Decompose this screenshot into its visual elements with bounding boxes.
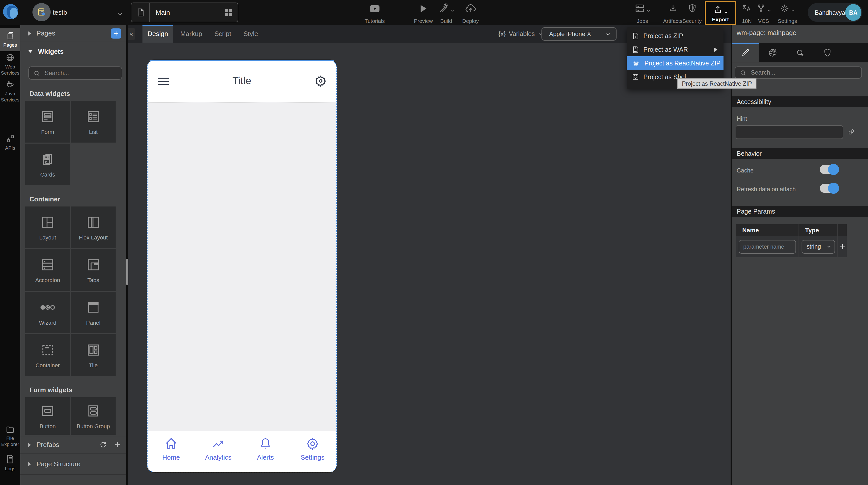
cache-toggle[interactable] bbox=[820, 165, 838, 174]
widget-tile-wizard[interactable]: Wizard bbox=[25, 292, 70, 333]
project-name[interactable]: testb bbox=[53, 0, 67, 25]
project-avatar[interactable] bbox=[32, 3, 51, 21]
add-param-button[interactable] bbox=[838, 243, 847, 250]
user-menu[interactable]: Bandhavya BA bbox=[808, 3, 862, 22]
hint-label: Hint bbox=[737, 116, 747, 122]
tab-events[interactable] bbox=[786, 43, 814, 62]
tutorials-button[interactable]: Tutorials bbox=[359, 3, 391, 23]
menu-item-project-as-zip[interactable]: Project as ZIP bbox=[627, 29, 723, 42]
sidebar-item-logs[interactable]: Logs bbox=[0, 454, 20, 473]
security-button[interactable]: Security bbox=[682, 3, 702, 23]
widget-tile-layout[interactable]: Layout bbox=[25, 206, 70, 248]
widget-tile-tabs[interactable]: Tabs bbox=[71, 249, 116, 291]
sidebar-item-web-services[interactable]: Web Services bbox=[0, 53, 20, 76]
menu-item-project-as-reactnative-zip[interactable]: Project as ReactNative ZIP bbox=[627, 56, 723, 70]
folder-icon bbox=[6, 426, 15, 433]
widget-tile-form[interactable]: Form bbox=[25, 101, 70, 143]
activity-bar: Pages Web Services Java Services APIs Fi… bbox=[0, 25, 20, 485]
collapse-panel-button[interactable]: « bbox=[128, 28, 135, 40]
panel-scrollbar[interactable] bbox=[126, 259, 128, 285]
hint-input[interactable] bbox=[736, 125, 843, 139]
widget-tile-cards[interactable]: Cards bbox=[25, 144, 70, 185]
shield-icon bbox=[824, 48, 832, 57]
widget-tile-flex-layout[interactable]: Flex Layout bbox=[71, 206, 116, 248]
tile-icon bbox=[86, 342, 101, 358]
bell-icon bbox=[258, 437, 272, 451]
add-prefab-icon[interactable] bbox=[114, 441, 121, 449]
page-params-table: Name Type string bbox=[736, 224, 847, 257]
property-search[interactable] bbox=[735, 66, 862, 79]
widget-tile-button[interactable]: Button bbox=[25, 397, 70, 435]
table-row: string bbox=[736, 236, 847, 257]
bind-link-icon[interactable] bbox=[848, 129, 855, 136]
property-search-input[interactable] bbox=[750, 68, 857, 77]
refresh-data-toggle[interactable] bbox=[820, 184, 838, 193]
vcs-button[interactable]: VCS bbox=[753, 3, 774, 23]
group-header: Data widgets bbox=[20, 80, 126, 101]
jobs-button[interactable]: Jobs bbox=[631, 3, 654, 23]
widget-tile-list[interactable]: List bbox=[71, 101, 116, 143]
section-page-params[interactable]: Page Params bbox=[732, 206, 868, 217]
phone-nav-alerts[interactable]: Alerts bbox=[242, 431, 289, 472]
param-type-select[interactable]: string bbox=[802, 240, 835, 253]
phone-mockup[interactable]: Title Home Analytics Alerts bbox=[147, 60, 337, 472]
sidebar-item-pages[interactable]: Pages bbox=[0, 28, 20, 51]
artifacts-button[interactable]: Artifacts bbox=[661, 3, 685, 23]
chevron-down-icon bbox=[450, 8, 455, 13]
chevron-down-icon[interactable] bbox=[117, 10, 124, 17]
widgets-section-row[interactable]: Widgets bbox=[20, 42, 126, 61]
phone-bottom-nav: Home Analytics Alerts Settings bbox=[148, 431, 336, 472]
pages-section-row[interactable]: Pages bbox=[20, 25, 126, 42]
tab-markup[interactable]: Markup bbox=[175, 25, 207, 42]
build-tools-icon bbox=[438, 3, 448, 13]
device-selector[interactable]: Apple iPhone X bbox=[541, 27, 617, 40]
widget-tile-container[interactable]: Container bbox=[25, 334, 70, 376]
tab-properties[interactable] bbox=[732, 43, 759, 62]
variables-button[interactable]: {x} Variables bbox=[498, 25, 543, 43]
tab-style[interactable]: Style bbox=[238, 25, 263, 42]
param-name-input[interactable] bbox=[739, 240, 796, 253]
wavemaker-logo-icon[interactable] bbox=[3, 4, 18, 19]
export-button[interactable]: Export bbox=[705, 1, 736, 25]
container-icon bbox=[40, 342, 55, 358]
sidebar-item-apis[interactable]: APIs bbox=[0, 133, 20, 152]
avatar: BA bbox=[845, 4, 861, 21]
tab-script[interactable]: Script bbox=[209, 25, 236, 42]
search-icon bbox=[740, 69, 746, 76]
tab-styles[interactable] bbox=[759, 43, 786, 62]
page-tab-main[interactable]: Main bbox=[131, 3, 238, 22]
widget-search-input[interactable] bbox=[43, 69, 117, 77]
chevron-down-icon bbox=[827, 244, 832, 249]
tab-design[interactable]: Design bbox=[143, 25, 173, 42]
sidebar-item-java-services[interactable]: Java Services bbox=[0, 80, 20, 103]
refresh-icon[interactable] bbox=[99, 441, 107, 449]
top-bar: testb Main Tutorials Preview Build bbox=[0, 0, 868, 25]
globe-icon bbox=[6, 53, 15, 62]
cloud-upload-icon bbox=[465, 3, 476, 13]
widget-search[interactable] bbox=[28, 66, 122, 80]
menu-item-project-as-war[interactable]: Project as WAR bbox=[627, 42, 723, 56]
tooltip: Project as ReactNative ZIP bbox=[677, 78, 756, 89]
phone-page-title[interactable]: Title bbox=[148, 75, 336, 87]
phone-gear-icon[interactable] bbox=[314, 75, 327, 87]
page-structure-row[interactable]: Page Structure bbox=[20, 453, 126, 475]
phone-nav-settings[interactable]: Settings bbox=[289, 431, 336, 472]
deploy-button[interactable]: Deploy bbox=[454, 3, 487, 23]
widget-tile-button-group[interactable]: Button Group bbox=[71, 397, 116, 435]
widget-tile-accordion[interactable]: Accordion bbox=[25, 249, 70, 291]
log-file-icon bbox=[6, 455, 14, 464]
sidebar-item-file-explorer[interactable]: File Explorer bbox=[0, 426, 20, 447]
settings-button[interactable]: Settings bbox=[776, 3, 799, 23]
add-page-button[interactable] bbox=[111, 28, 121, 38]
prefabs-section-row[interactable]: Prefabs bbox=[20, 436, 126, 453]
phone-content-area[interactable] bbox=[148, 102, 336, 432]
phone-nav-analytics[interactable]: Analytics bbox=[195, 431, 242, 472]
section-behavior[interactable]: Behavior bbox=[732, 148, 868, 159]
grid-icon[interactable] bbox=[224, 8, 233, 17]
widget-tile-tile[interactable]: Tile bbox=[71, 334, 116, 376]
phone-nav-home[interactable]: Home bbox=[148, 431, 195, 472]
panel-icon bbox=[86, 299, 101, 315]
section-accessibility[interactable]: Accessibility bbox=[732, 96, 868, 107]
widget-tile-panel[interactable]: Panel bbox=[71, 292, 116, 333]
tab-security[interactable] bbox=[814, 43, 841, 62]
